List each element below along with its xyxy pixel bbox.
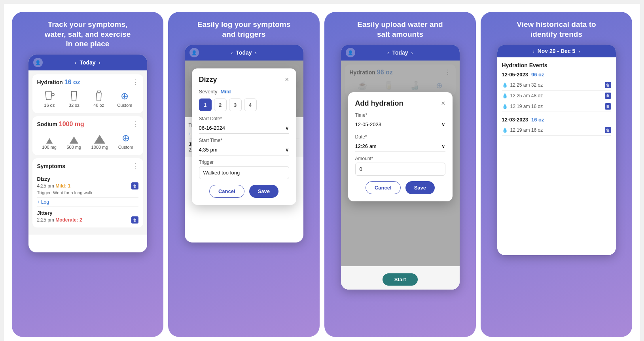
entry-2-1-delete[interactable]: 🗑 [605, 127, 611, 133]
phone3-right-arrow[interactable]: › [411, 50, 413, 56]
phone2-nav-title: Today [236, 49, 252, 56]
entry-2-1: 💧 12:19 am 16 oz 🗑 [502, 125, 611, 136]
nav-left-arrow[interactable]: ‹ [75, 60, 76, 66]
water-drop-icon-4: 💧 [502, 127, 508, 133]
svg-rect-0 [97, 91, 100, 92]
sev-btn-3[interactable]: 3 [229, 99, 242, 111]
sodium-title-row: Sodium 1000 mg [37, 121, 84, 128]
jittery-delete[interactable]: 🗑 [131, 216, 138, 224]
card-1-header: Track your symptoms, water, salt, and ex… [12, 12, 163, 55]
phone2-right-arrow[interactable]: › [255, 50, 257, 56]
hydration-modal-close[interactable]: × [441, 99, 445, 108]
water-drop-icon-1: 💧 [502, 82, 508, 88]
severity-buttons: 1 2 3 4 [199, 99, 289, 111]
date-group-1: 12-05-2023 96 oz 💧 12:25 am 32 oz 🗑 [502, 72, 611, 112]
date-field: Date* 12:26 am ∨ [355, 134, 445, 152]
card-3: Easily upload water and salt amounts 👤 ‹… [324, 12, 476, 337]
water-drop-icon-3: 💧 [502, 104, 508, 109]
hydration-modal-title: Add hydration [355, 99, 403, 108]
sev-btn-2[interactable]: 2 [214, 99, 227, 111]
time-select[interactable]: 12-05-2023 ∨ [355, 119, 445, 130]
dizzy-row: 4:25 pm Mild: 1 🗑 [37, 182, 138, 189]
glass-icon [68, 91, 80, 102]
sodium-icons: 100 mg 500 mg [37, 131, 138, 151]
start-button[interactable]: Start [383, 273, 418, 286]
modal-header: Dizzy × [199, 76, 289, 84]
sev-btn-4[interactable]: 4 [244, 99, 257, 111]
cancel-button[interactable]: Cancel [209, 185, 244, 198]
phone4-nav-title: Nov 29 - Dec 5 [538, 48, 576, 54]
main-container: Track your symptoms, water, salt, and ex… [4, 4, 640, 341]
hydration-custom[interactable]: ⊕ Custom [117, 91, 132, 108]
triangle-lg-icon [93, 133, 106, 144]
hydration-16oz[interactable]: 16 oz [43, 91, 56, 108]
jittery-severity: Moderate: 2 [55, 217, 82, 223]
symptoms-menu[interactable]: ⋮ [132, 162, 138, 170]
avatar-icon: 👤 [33, 58, 43, 67]
phone-2: 👤 ‹ Today › Hydration [185, 45, 303, 242]
date-select[interactable]: 12:26 am ∨ [355, 141, 445, 152]
entry-1-2-delete[interactable]: 🗑 [605, 93, 611, 99]
date-2-header: 12-03-2023 16 oz [502, 117, 611, 123]
modal-close-btn[interactable]: × [285, 76, 289, 84]
phone-1-content: Hydration 16 oz ⋮ 16 oz [28, 70, 147, 235]
start-time-select[interactable]: 4:35 pm ∨ [199, 144, 289, 155]
phone3-left-arrow[interactable]: ‹ [387, 50, 389, 56]
nav-right-arrow[interactable]: › [99, 60, 100, 66]
start-date-select[interactable]: 06-16-2024 ∨ [199, 123, 289, 134]
triangle-md-icon [68, 133, 80, 144]
hydration-48oz[interactable]: 48 oz [93, 91, 105, 108]
dizzy-severity: Mild: 1 [55, 183, 70, 189]
hydration-32oz[interactable]: 32 oz [68, 91, 80, 108]
save-button[interactable]: Save [249, 185, 278, 198]
symptom-jittery: Jittery 2:25 pm Moderate: 2 🗑 [37, 206, 138, 224]
amount-input[interactable] [355, 163, 445, 176]
date-2-label: 12-03-2023 [502, 117, 528, 123]
phone-3-bg: Hydration 96 oz ⋮ ☕ 🥛 [341, 61, 460, 266]
entry-1-1-delete[interactable]: 🗑 [605, 82, 611, 88]
sodium-section: Sodium 1000 mg ⋮ 100 mg [32, 116, 143, 155]
entry-1-3-text: 12:19 am 16 oz [510, 104, 543, 109]
phone4-right-arrow[interactable]: › [578, 48, 580, 54]
entry-1-3-delete[interactable]: 🗑 [605, 103, 611, 110]
hydration-section: Hydration 16 oz ⋮ 16 oz [32, 74, 143, 113]
sodium-custom[interactable]: ⊕ Custom [118, 133, 133, 150]
phone2-left-arrow[interactable]: ‹ [231, 50, 233, 56]
hydration-title-row: Hydration 16 oz [37, 79, 80, 86]
symptoms-title: Symptoms [37, 163, 66, 169]
sodium-500mg[interactable]: 500 mg [66, 133, 81, 150]
sodium-header: Sodium 1000 mg ⋮ [37, 120, 138, 128]
nav-title: Today [80, 59, 95, 66]
custom-label: Custom [117, 103, 132, 108]
sodium-plus-icon: ⊕ [119, 133, 132, 144]
phone-2-bg: Hydration 16 oz ⋮ Symptoms [185, 61, 303, 117]
phone4-left-arrow[interactable]: ‹ [532, 48, 534, 54]
card-3-phone-area: 👤 ‹ Today › Hydration [324, 45, 476, 337]
sodium-100mg[interactable]: 100 mg [42, 133, 57, 150]
severity-row: Severity Mild [199, 89, 289, 95]
hydration-menu[interactable]: ⋮ [132, 78, 138, 86]
trigger-input[interactable] [199, 166, 289, 179]
log-link[interactable]: + Log [37, 199, 138, 205]
start-date-field: Start Date* 06-16-2024 ∨ [199, 116, 289, 134]
sodium-value: 1000 mg [59, 121, 84, 127]
hydration-save-btn[interactable]: Save [405, 181, 435, 194]
32oz-label: 32 oz [69, 103, 80, 108]
phone-1: 👤 ‹ Today › Hydration [28, 55, 147, 252]
dizzy-delete[interactable]: 🗑 [131, 182, 138, 189]
48oz-label: 48 oz [93, 103, 104, 108]
sodium-menu[interactable]: ⋮ [132, 120, 138, 128]
100mg-label: 100 mg [42, 145, 57, 150]
card-4: View historical data to identify trends … [481, 12, 632, 337]
symptoms-header: Symptoms ⋮ [37, 162, 138, 170]
sev-btn-1[interactable]: 1 [199, 99, 212, 111]
sodium-custom-label: Custom [118, 145, 133, 150]
hydration-icons: 16 oz 32 oz [37, 89, 138, 109]
phone-1-nav: 👤 ‹ Today › [28, 55, 147, 70]
sodium-1000mg[interactable]: 1000 mg [91, 133, 108, 150]
time-label: Time* [355, 112, 445, 118]
add-hydration-modal: Add hydration × Time* 12-05-2023 ∨ [348, 92, 453, 201]
phone2-avatar: 👤 [189, 48, 199, 57]
hydration-cancel-btn[interactable]: Cancel [366, 181, 401, 194]
triangle-sm-icon [43, 133, 56, 144]
